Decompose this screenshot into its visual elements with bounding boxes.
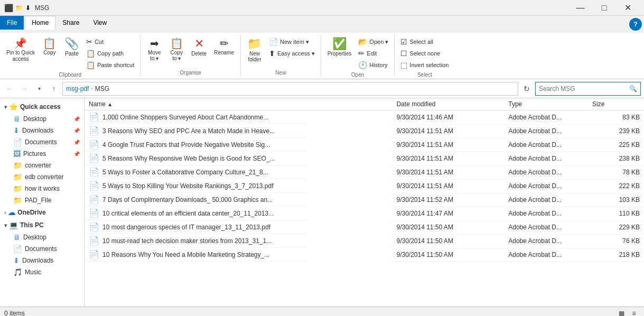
rename-button[interactable]: ✏ Rename [211,36,237,58]
pdf-icon: 📄 [89,222,99,232]
close-button[interactable]: ✕ [616,0,640,16]
table-row[interactable]: 📄 1,000 Online Shoppers Surveyed About C… [85,110,644,125]
cut-button[interactable]: ✂ Cut [83,36,137,48]
table-row[interactable]: 📄 3 Reasons Why SEO and PPC Are a Match … [85,124,644,138]
clipboard-content: 📌 Pin to Quickaccess 📋 Copy 📎 Paste ✂ Cu… [3,36,137,71]
edit-label: Edit [367,50,377,57]
sidebar-item-pad-file[interactable]: 📁 PAD_FIle [0,194,84,206]
sidebar-item-how-it-works[interactable]: 📁 how it works [0,183,84,194]
minimize-button[interactable]: — [568,0,592,16]
rename-icon: ✏ [220,38,229,49]
table-row[interactable]: 📄 5 Ways to Foster a Collaborative Compa… [85,165,644,179]
sidebar-item-documents-pc[interactable]: 📄 Documents [0,243,84,255]
view-list-button[interactable]: ≡ [628,308,640,317]
file-type: Adobe Acrobat D... [504,179,588,193]
refresh-button[interactable]: ↻ [520,82,533,95]
quick-access-icon[interactable]: ⬛ [4,4,13,12]
invert-selection-button[interactable]: ⬚ Invert selection [398,59,451,71]
sidebar-item-pictures-qa[interactable]: 🖼 Pictures 📌 [0,148,84,160]
clipboard-group-label: Clipboard [3,71,137,78]
copy-label: Copy [43,50,55,55]
file-name: 1,000 Online Shoppers Surveyed About Car… [102,114,268,121]
file-size: 239 KB [588,124,644,138]
tab-file[interactable]: File [0,16,24,30]
pin-to-quick-access-button[interactable]: 📌 Pin to Quickaccess [3,36,38,64]
up-button[interactable]: ↑ [48,82,60,95]
sidebar-quick-access-header[interactable]: ▾ ⭐ Quick access [0,100,84,113]
sidebar-this-pc-header[interactable]: ▾ 💻 This PC [0,219,84,231]
onedrive-icon: ☁ [8,208,15,217]
this-pc-icon: 💻 [9,221,18,229]
title-bar-icon3: ⬇ [25,4,31,12]
table-row[interactable]: 📄 5 Reasons Why Responsive Web Design is… [85,152,644,165]
file-size: 76 KB [588,234,644,248]
sidebar-item-music-pc[interactable]: 🎵 Music [0,266,84,278]
organise-content: ➡ Moveto ▾ 📋 Copyto ▾ ✕ Delete ✏ Rename [144,36,237,69]
table-row[interactable]: 📄 5 Ways to Stop Killing Your Website Ra… [85,179,644,193]
sidebar-item-downloads-qa[interactable]: ⬇ Downloads 📌 [0,125,84,136]
path-segment-1[interactable]: msg-pdf [66,85,89,92]
ribbon-group-organise: ➡ Moveto ▾ 📋 Copyto ▾ ✕ Delete ✏ Rename … [141,35,241,77]
title-bar-icons: ⬛ 📁 ⬇ [4,4,31,12]
sidebar-item-desktop-qa[interactable]: 🖥 Desktop 📌 [0,113,84,125]
delete-button[interactable]: ✕ Delete [188,36,210,59]
move-to-button[interactable]: ➡ Moveto ▾ [144,36,165,63]
maximize-button[interactable]: □ [592,0,616,16]
col-size[interactable]: Size [588,98,644,110]
file-size: 229 KB [588,220,644,234]
sidebar-item-converter[interactable]: 📁 converter [0,160,84,171]
view-details-button[interactable]: ▦ [615,308,627,317]
dropdown-button[interactable]: ▾ [33,82,45,95]
sidebar-onedrive-header[interactable]: › ☁ OneDrive [0,206,84,219]
easy-access-button[interactable]: ⬆ Easy access ▾ [266,48,318,59]
ribbon: 📌 Pin to Quickaccess 📋 Copy 📎 Paste ✂ Cu… [0,33,644,79]
properties-button[interactable]: ✅ Properties [324,36,355,59]
history-icon: 🕐 [358,61,367,69]
copy-to-button[interactable]: 📋 Copyto ▾ [166,36,187,63]
new-folder-button[interactable]: 📁 Newfolder [244,36,265,64]
pictures-qa-label: Pictures [23,150,46,157]
select-none-button[interactable]: ☐ Select none [398,48,451,59]
copy-path-label: Copy path [97,50,124,57]
select-all-icon: ☑ [400,38,407,46]
sidebar-item-desktop-pc[interactable]: 🖥 Desktop [0,231,84,243]
tab-home[interactable]: Home [25,16,55,30]
sidebar-item-documents-qa[interactable]: 📄 Documents 📌 [0,136,84,148]
tab-view[interactable]: View [86,16,114,30]
table-row[interactable]: 📄 10 Reasons Why You Need a Mobile Marke… [85,248,644,262]
table-row[interactable]: 📄 7 Days of Complimentary Downloads_ 50,… [85,193,644,207]
pdf-icon: 📄 [89,208,99,218]
edit-button[interactable]: ✏ Edit [356,48,391,59]
title-bar: ⬛ 📁 ⬇ MSG — □ ✕ [0,0,644,16]
col-name[interactable]: Name ▲ [85,98,392,110]
copy-button[interactable]: 📋 Copy [39,36,60,58]
new-item-button[interactable]: 📄 New item ▾ [266,36,318,48]
sidebar-item-edb-converter[interactable]: 📁 edb converter [0,171,84,183]
tab-share[interactable]: Share [55,16,86,30]
col-date[interactable]: Date modified [392,98,504,110]
select-content: ☑ Select all ☐ Select none ⬚ Invert sele… [398,36,451,71]
back-button[interactable]: ← [3,82,16,95]
table-row[interactable]: 📄 10 most dangerous species of IT manage… [85,220,644,234]
select-all-button[interactable]: ☑ Select all [398,36,451,48]
open-button[interactable]: 📂 Open ▾ [356,36,391,48]
paste-button[interactable]: 📎 Paste [61,36,82,59]
downloads-qa-icon: ⬇ [13,126,20,135]
table-row[interactable]: 📄 10 critical elements of an efficient d… [85,207,644,220]
table-row[interactable]: 📄 4 Google Trust Factors that Provide Ne… [85,138,644,152]
search-input[interactable] [539,85,629,92]
documents-qa-icon: 📄 [13,138,22,146]
forward-button[interactable]: → [18,82,31,95]
table-row[interactable]: 📄 10 must-read tech decision maker stori… [85,234,644,248]
col-type[interactable]: Type [504,98,588,110]
address-path[interactable]: msg-pdf › MSG [62,82,518,96]
help-button[interactable]: ? [629,18,642,31]
path-segment-2[interactable]: MSG [95,85,109,92]
desktop-pc-icon: 🖥 [13,233,21,241]
history-button[interactable]: 🕐 History [356,59,391,71]
new-folder-icon: 📁 [247,38,262,50]
paste-shortcut-button[interactable]: 📋 Paste shortcut [83,59,137,71]
sidebar-item-downloads-pc[interactable]: ⬇ Downloads [0,255,84,266]
copy-path-button[interactable]: 📋 Copy path [83,48,137,59]
paste-label: Paste [65,51,79,57]
